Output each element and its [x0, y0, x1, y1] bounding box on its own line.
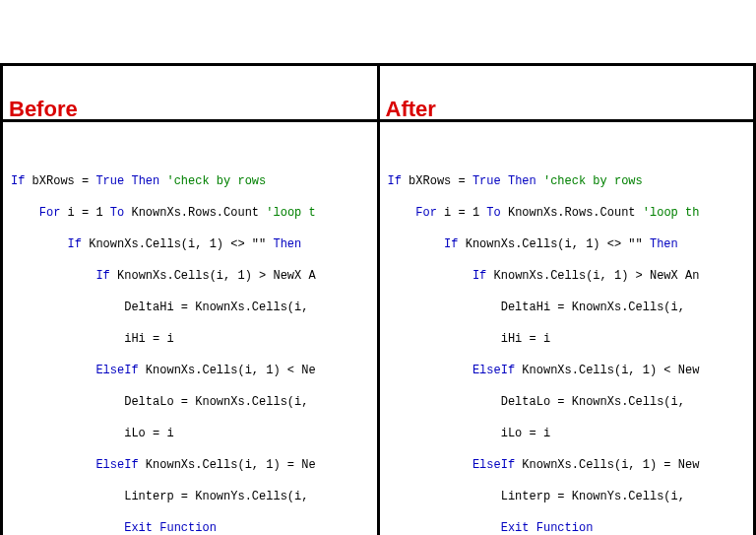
code-line: ElseIf KnownXs.Cells(i, 1) = New: [388, 457, 754, 473]
code-line: If KnownXs.Cells(i, 1) <> "" Then: [388, 236, 754, 252]
comparison-container: Before If bXRows = True Then 'check by r…: [0, 63, 756, 535]
code-line: ElseIf KnownXs.Cells(i, 1) < Ne: [11, 363, 377, 378]
code-line: ElseIf KnownXs.Cells(i, 1) = Ne: [11, 457, 377, 473]
code-line: DeltaHi = KnownXs.Cells(i,: [388, 300, 754, 315]
code-line: For i = 1 To KnownXs.Rows.Count 'loop th: [388, 205, 754, 221]
code-line: iLo = i: [388, 426, 754, 441]
after-pane: After If bXRows = True Then 'check by ro…: [377, 66, 754, 535]
code-line: If KnownXs.Cells(i, 1) > NewX An: [388, 268, 754, 284]
code-line: If KnownXs.Cells(i, 1) > NewX A: [11, 268, 377, 284]
code-line: Exit Function: [11, 520, 377, 535]
code-line: Linterp = KnownYs.Cells(i,: [11, 489, 377, 504]
after-code: If bXRows = True Then 'check by rows For…: [380, 154, 754, 535]
code-line: iHi = i: [388, 331, 754, 347]
code-line: If bXRows = True Then 'check by rows: [11, 173, 377, 189]
code-line: If KnownXs.Cells(i, 1) <> "" Then: [11, 236, 377, 252]
code-line: DeltaLo = KnownXs.Cells(i,: [11, 394, 377, 410]
before-code: If bXRows = True Then 'check by rows For…: [3, 154, 377, 535]
before-heading: Before: [3, 98, 377, 122]
code-line: iHi = i: [11, 331, 377, 347]
code-line: For i = 1 To KnownXs.Rows.Count 'loop t: [11, 205, 377, 221]
before-pane: Before If bXRows = True Then 'check by r…: [3, 66, 377, 535]
code-line: DeltaLo = KnownXs.Cells(i,: [388, 394, 754, 410]
code-line: Exit Function: [388, 520, 754, 535]
code-line: DeltaHi = KnownXs.Cells(i,: [11, 300, 377, 315]
code-line: iLo = i: [11, 426, 377, 441]
code-line: Linterp = KnownYs.Cells(i,: [388, 489, 754, 504]
code-line: If bXRows = True Then 'check by rows: [388, 173, 754, 189]
after-heading: After: [380, 98, 754, 122]
code-line: ElseIf KnownXs.Cells(i, 1) < New: [388, 363, 754, 378]
